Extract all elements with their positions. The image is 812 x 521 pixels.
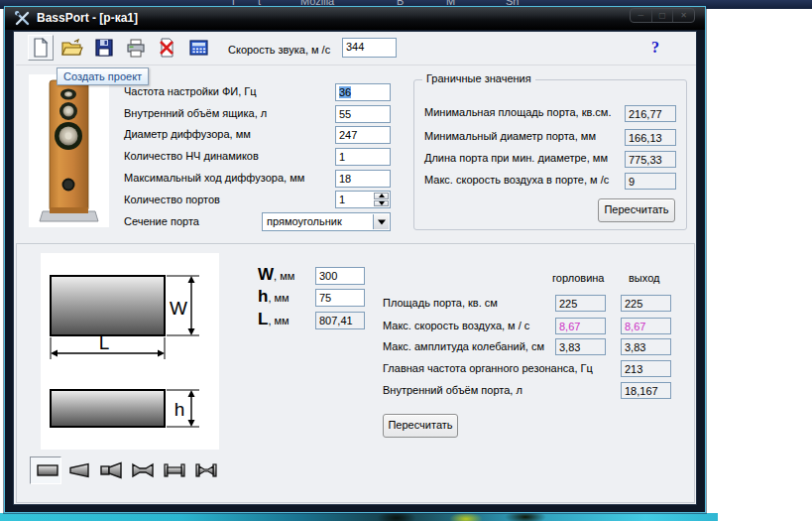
max-excursion-input[interactable]: 18 [335, 170, 391, 188]
maximize-button[interactable]: ▢ [652, 9, 674, 22]
result-label-area: Площадь порта, кв. см [383, 297, 498, 309]
client-area: Скорость звука, м /с 344 ? Создать проек… [13, 31, 697, 505]
air-speed-exit-output: 8,67 [621, 318, 671, 334]
port-volume-output: 18,167 [621, 382, 671, 399]
param-label-port-count: Количество портов [124, 194, 220, 205]
limit-label-min-area: Минимальная площадь порта, кв.см. [424, 106, 611, 118]
window-controls: ─ ▢ ✕ [630, 8, 695, 23]
recalculate-port-button[interactable]: Пересчитать [383, 414, 458, 438]
param-label-box-volume: Внутренний объём ящика, л [124, 107, 267, 119]
port-section-dropdown[interactable]: прямоугольник [262, 212, 391, 231]
new-project-button[interactable] [28, 35, 54, 61]
woofer-count-input[interactable]: 1 [335, 148, 391, 166]
help-icon[interactable]: ? [651, 39, 659, 57]
window-title: BassPort - [р-ка1] [37, 11, 138, 25]
limit-label-min-diameter: Минимальный диаметр порта, мм [424, 130, 596, 142]
h-unit: , мм [268, 292, 289, 304]
dim-h-label: h, мм [258, 287, 290, 307]
selected-text: 36 [339, 86, 351, 98]
printer-icon [126, 39, 146, 58]
save-project-button[interactable] [91, 35, 117, 61]
dim-w-label: W, мм [258, 265, 294, 285]
height-input[interactable]: 75 [315, 289, 365, 307]
limit-label-max-air-speed: Макс. скорость воздуха в порте, м /с [424, 174, 609, 186]
minimize-button[interactable]: ─ [631, 9, 652, 22]
new-document-icon [32, 38, 50, 58]
h-letter: h [258, 287, 268, 306]
dim-l-label: L, мм [258, 310, 290, 329]
spinner [374, 193, 389, 206]
app-tools-icon [14, 10, 31, 27]
w-letter: W [258, 265, 274, 284]
diagram-w-label: W [170, 298, 187, 319]
diagram-l-label: L [99, 332, 110, 353]
port-count-value: 1 [339, 194, 345, 205]
organ-resonance-output: 213 [621, 360, 671, 377]
param-label-tuning-freq: Частота настройки ФИ, Гц [124, 85, 257, 97]
port-length-output: 775,33 [625, 151, 676, 168]
port-panel: W L h W, мм h, мм L, мм 300 [16, 243, 695, 503]
param-label-max-excursion: Максимальный ход диффузора, мм [124, 172, 304, 184]
open-project-button[interactable] [59, 35, 85, 61]
min-diameter-output: 166,13 [625, 129, 676, 146]
amplitude-throat-output: 3,83 [555, 338, 606, 355]
length-output: 807,41 [315, 312, 365, 329]
port-shape-straight-icon[interactable] [35, 461, 60, 479]
tooltip-create-project: Создать проект [57, 67, 149, 85]
area-exit-output: 225 [621, 295, 671, 312]
result-label-port-volume: Внутренний объём порта, л [383, 384, 522, 396]
bassport-window: BassPort - [р-ка1] ─ ▢ ✕ [4, 6, 706, 513]
amplitude-exit-output: 3,83 [621, 338, 671, 355]
limit-label-length: Длина порта при мин. диаметре, мм [424, 152, 608, 164]
air-speed-throat-output: 8,67 [555, 318, 606, 334]
toolbar-separator [16, 65, 696, 65]
l-letter: L [258, 310, 268, 328]
column-header-exit: выход [629, 272, 659, 284]
port-shape-flanged-straight-icon[interactable] [162, 461, 187, 479]
calculator-icon [189, 40, 208, 56]
port-dimension-diagram: W L h [41, 253, 219, 450]
port-shape-hourglass-icon[interactable] [130, 461, 156, 479]
l-unit: , мм [268, 315, 289, 326]
result-label-amplitude: Макс. амплитуда колебаний, см [383, 340, 544, 352]
dropdown-value: прямоугольник [267, 215, 342, 227]
delete-cross-icon [158, 38, 176, 58]
param-label-port-section: Сечение порта [124, 215, 199, 227]
param-label-cone-diameter: Диаметр диффузора, мм [124, 128, 251, 140]
speed-of-sound-input[interactable]: 344 [342, 38, 397, 58]
speaker-photo [29, 74, 109, 227]
port-count-stepper[interactable]: 1 [335, 191, 391, 208]
diagram-h-label: h [174, 399, 185, 420]
tower-speaker-image [29, 74, 109, 227]
area-throat-output: 225 [555, 295, 606, 312]
w-unit: , мм [274, 270, 294, 282]
port-shape-horn-icon[interactable] [98, 461, 124, 479]
result-label-organ-resonance: Главная частота органного резонанса, Гц [383, 362, 593, 374]
titlebar[interactable]: BassPort - [р-ка1] ─ ▢ ✕ [5, 7, 705, 30]
delete-project-button[interactable] [154, 35, 179, 61]
result-label-air-speed: Макс. скорость воздуха, м / с [383, 320, 529, 331]
port-shape-cone-icon[interactable] [66, 461, 92, 479]
speed-of-sound-label: Скорость звука, м /с [228, 44, 330, 56]
column-header-throat: горловина [552, 272, 604, 284]
desktop-wallpaper [0, 513, 718, 521]
limits-groupbox: Граничные значения Минимальная площадь п… [413, 79, 687, 230]
width-input[interactable]: 300 [315, 267, 365, 285]
min-area-output: 216,77 [625, 105, 676, 122]
chevron-down-icon[interactable] [373, 214, 389, 229]
cone-diameter-input[interactable]: 247 [335, 126, 391, 144]
max-air-speed-output: 9 [625, 173, 676, 190]
recalculate-limits-button[interactable]: Пересчитать [598, 198, 675, 222]
tuning-freq-input[interactable]: 36 [335, 83, 391, 101]
param-label-woofer-count: Количество НЧ динамиков [124, 150, 259, 162]
box-volume-input[interactable]: 55 [335, 105, 391, 123]
port-shape-flanged-hourglass-icon[interactable] [193, 461, 219, 479]
spin-down-button[interactable] [374, 200, 389, 207]
open-folder-icon [61, 39, 83, 57]
calculator-button[interactable] [185, 35, 211, 61]
print-button[interactable] [123, 35, 149, 61]
floppy-save-icon [95, 39, 113, 57]
spin-up-button[interactable] [374, 193, 389, 199]
limits-title: Граничные значения [422, 72, 535, 84]
close-button[interactable]: ✕ [673, 9, 694, 22]
